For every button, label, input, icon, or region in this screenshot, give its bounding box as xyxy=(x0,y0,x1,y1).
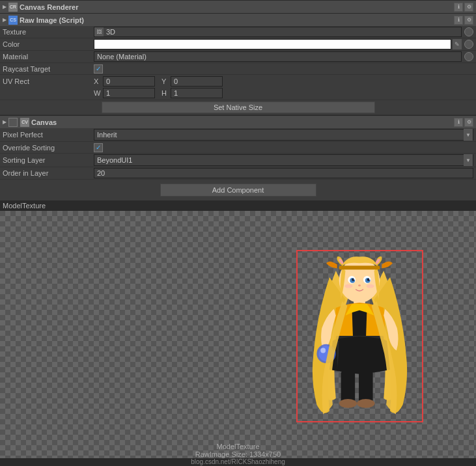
texture-row: Texture 🖼 3D xyxy=(0,26,476,38)
uv-y-input[interactable] xyxy=(171,76,223,87)
texture-label: Texture xyxy=(3,28,94,36)
raycast-target-row: Raycast Target xyxy=(0,63,476,75)
canvas-renderer-icons: ℹ ⚙ xyxy=(454,3,473,12)
canvas-visible-checkbox[interactable] xyxy=(8,118,18,127)
raw-image-icons: ℹ ⚙ xyxy=(454,16,473,25)
raw-image-script-icon: CS xyxy=(8,16,18,25)
canvas-header: ▶ CV Canvas ℹ ⚙ xyxy=(0,115,476,128)
pixel-perfect-row: Pixel Perfect Inherit ▼ xyxy=(0,128,476,142)
order-in-layer-value xyxy=(94,168,473,178)
raw-image-header: ▶ CS Raw Image (Script) ℹ ⚙ xyxy=(0,13,476,26)
raw-image-fold-arrow: ▶ xyxy=(3,17,7,23)
svg-point-12 xyxy=(367,284,374,288)
override-sorting-checkbox[interactable] xyxy=(94,143,103,152)
color-swatch[interactable] xyxy=(94,39,451,49)
svg-point-8 xyxy=(354,279,355,280)
color-field: ✎ xyxy=(94,39,462,49)
sorting-layer-dropdown-arrow[interactable]: ▼ xyxy=(464,154,473,166)
canvas-renderer-header: ▶ CR Canvas Renderer ℹ ⚙ xyxy=(0,0,476,13)
uv-xy-row: UV Rect X Y xyxy=(3,75,473,87)
uv-wh-coords: W H xyxy=(94,88,473,98)
canvas-fold-arrow: ▶ xyxy=(3,119,7,125)
order-in-layer-label: Order in Layer xyxy=(3,169,94,177)
pixel-perfect-label: Pixel Perfect xyxy=(3,131,94,139)
svg-point-10 xyxy=(358,284,361,286)
texture-field-text: 3D xyxy=(104,28,461,36)
color-value: ✎ xyxy=(94,39,473,49)
texture-object-field[interactable]: 🖼 3D xyxy=(94,27,462,37)
model-texture-section: ModelTexture xyxy=(0,200,476,466)
canvas-script-icon: CV xyxy=(20,118,29,127)
override-sorting-label: Override Sorting xyxy=(3,144,94,152)
uv-w-input[interactable] xyxy=(103,88,155,98)
canvas-header-icons: ℹ ⚙ xyxy=(454,118,473,127)
canvas-renderer-settings-icon[interactable]: ⚙ xyxy=(464,3,473,12)
order-in-layer-row: Order in Layer xyxy=(0,167,476,180)
color-edit-button[interactable]: ✎ xyxy=(453,39,462,49)
uv-h-label: H xyxy=(161,89,169,97)
raw-image-info-icon[interactable]: ℹ xyxy=(454,16,463,25)
pixel-perfect-dropdown-text: Inherit xyxy=(94,131,464,139)
sorting-layer-row: Sorting Layer BeyondUI1 ▼ xyxy=(0,154,476,167)
svg-point-1 xyxy=(339,258,380,303)
svg-point-11 xyxy=(344,284,352,288)
pixel-perfect-dropdown-arrow[interactable]: ▼ xyxy=(464,129,473,141)
override-sorting-row: Override Sorting xyxy=(0,142,476,154)
checkered-background xyxy=(0,211,476,458)
raycast-target-label: Raycast Target xyxy=(3,65,94,73)
svg-point-17 xyxy=(320,348,326,353)
svg-point-21 xyxy=(357,399,374,408)
character-svg xyxy=(298,251,422,421)
texture-field-icon: 🖼 xyxy=(94,27,104,36)
texture-circle-btn[interactable] xyxy=(464,27,473,36)
sorting-layer-dropdown[interactable]: BeyondUI1 ▼ xyxy=(94,154,473,166)
canvas-title: Canvas xyxy=(31,118,454,126)
model-texture-bottom-label: ModelTexture xyxy=(191,443,285,450)
color-row: Color ✎ xyxy=(0,38,476,51)
raycast-target-checkbox[interactable] xyxy=(94,64,103,74)
character-image-container xyxy=(296,250,423,422)
material-label: Material xyxy=(3,53,94,61)
canvas-renderer-title: Canvas Renderer xyxy=(20,3,454,11)
uv-rect-row: UV Rect X Y W H xyxy=(0,75,476,100)
uv-w-label: W xyxy=(94,89,102,97)
svg-point-9 xyxy=(369,279,371,280)
canvas-info-icon[interactable]: ℹ xyxy=(454,118,463,127)
material-field-text: None (Material) xyxy=(94,53,461,61)
color-label: Color xyxy=(3,40,94,48)
material-object-field[interactable]: None (Material) xyxy=(94,51,462,62)
canvas-renderer-info-icon[interactable]: ℹ xyxy=(454,3,463,12)
bottom-info: ModelTexture RawImage Size: 1334x750 blo… xyxy=(191,443,285,465)
pixel-perfect-dropdown[interactable]: Inherit ▼ xyxy=(94,129,473,141)
svg-rect-18 xyxy=(341,372,356,404)
sorting-layer-dropdown-text: BeyondUI1 xyxy=(94,156,464,164)
rawimage-size-label: RawImage Size: 1334x750 xyxy=(191,450,285,458)
color-circle-btn[interactable] xyxy=(464,40,473,49)
canvas-renderer-fold-arrow: ▶ xyxy=(3,4,7,10)
override-sorting-value xyxy=(94,143,473,152)
svg-rect-19 xyxy=(359,372,373,404)
uv-xy-coords: X Y xyxy=(94,76,473,87)
uv-h-input[interactable] xyxy=(171,88,223,98)
raw-image-settings-icon[interactable]: ⚙ xyxy=(464,16,473,25)
watermark-text: blog.csdn.net/RICKShaozhiheng xyxy=(191,458,285,465)
material-circle-btn[interactable] xyxy=(464,52,473,61)
set-native-size-row: Set Native Size xyxy=(0,100,476,115)
canvas-settings-icon[interactable]: ⚙ xyxy=(464,118,473,127)
order-in-layer-input[interactable] xyxy=(94,168,473,178)
set-native-size-button[interactable]: Set Native Size xyxy=(102,102,375,113)
svg-point-20 xyxy=(339,399,357,408)
texture-value: 🖼 3D xyxy=(94,27,473,37)
raycast-target-value xyxy=(94,64,473,74)
uv-wh-row: W H xyxy=(3,87,473,99)
material-row: Material None (Material) xyxy=(0,51,476,63)
sorting-layer-value: BeyondUI1 ▼ xyxy=(94,154,473,166)
svg-rect-22 xyxy=(339,266,380,269)
model-texture-section-label: ModelTexture xyxy=(0,200,476,211)
uv-x-label: X xyxy=(94,77,102,85)
inspector-panel: ▶ CR Canvas Renderer ℹ ⚙ ▶ CS Raw Image … xyxy=(0,0,476,466)
uv-x-input[interactable] xyxy=(103,76,155,87)
uv-y-label: Y xyxy=(161,77,169,85)
pixel-perfect-value: Inherit ▼ xyxy=(94,129,473,141)
add-component-button[interactable]: Add Component xyxy=(160,184,316,197)
